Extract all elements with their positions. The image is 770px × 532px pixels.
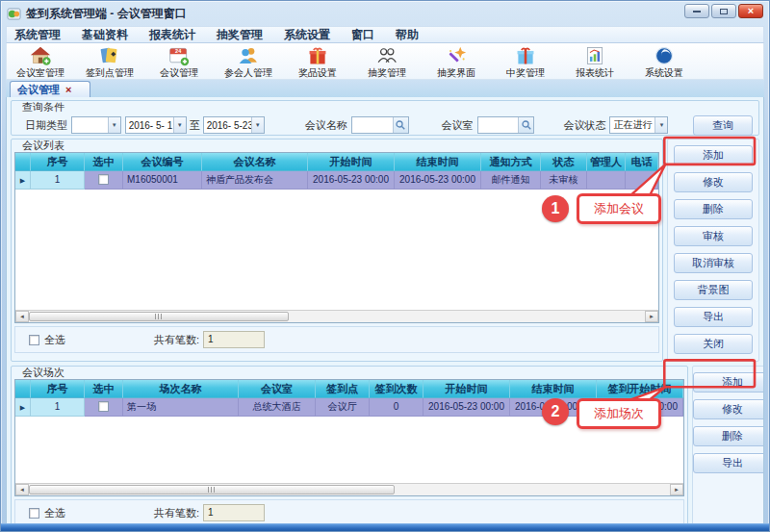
minimize-button[interactable]: [684, 4, 709, 18]
search-icon[interactable]: [393, 117, 408, 133]
col-seq[interactable]: 序号: [31, 153, 85, 171]
window-bottom-edge: [1, 523, 769, 531]
col-phone[interactable]: 电话: [626, 153, 658, 171]
sessions-table-header: 序号 选中 场次名称 会议室 签到点 签到次数 开始时间 结束时间 签到开始时间: [15, 380, 683, 398]
tool-system-setting[interactable]: 系统设置: [634, 44, 694, 80]
col-meeting-code[interactable]: 会议编号: [123, 153, 202, 171]
sessions-group: 会议场次 序号 选中 场次名称 会议室 签到点 签到次数 开始时间 结束时间 签…: [11, 366, 688, 525]
tool-meeting-room[interactable]: 会议室管理: [11, 44, 70, 80]
menu-system-manage[interactable]: 系统管理: [14, 27, 61, 43]
meeting-buttons-panel: 添加 修改 删除 审核 取消审核 背景图 导出 关闭: [667, 139, 759, 362]
tool-report-stat[interactable]: 报表统计: [565, 44, 625, 80]
tool-checkin-point[interactable]: 签到点管理: [80, 44, 140, 80]
meeting-table-header: 序号 选中 会议编号 会议名称 开始时间 结束时间 通知方式 状态 管理人 电话: [15, 153, 658, 171]
menu-window[interactable]: 窗口: [351, 27, 374, 43]
menu-report-stat[interactable]: 报表统计: [149, 27, 195, 43]
col-checkin-point[interactable]: 签到点: [316, 380, 370, 398]
sessions-table-hscrollbar[interactable]: ◄ ►: [15, 483, 683, 495]
date-from-picker[interactable]: 2016- 5- 1 ▼: [125, 116, 187, 134]
maximize-button[interactable]: [711, 4, 736, 18]
date-type-select[interactable]: ▼: [71, 116, 121, 134]
meeting-status-select[interactable]: 正在进行 ▼: [609, 116, 668, 134]
meeting-table-row[interactable]: ▶ 1 M16050001 神盾产品发布会 2016-05-23 00:00 2…: [15, 171, 658, 190]
date-to-picker[interactable]: 2016- 5-23 ▼: [203, 116, 265, 134]
tool-attendee[interactable]: 参会人管理: [218, 44, 278, 80]
meeting-cancel-audit-button[interactable]: 取消审核: [674, 253, 753, 273]
svg-text:24: 24: [175, 48, 182, 54]
window-title: 签到系统管理端 - 会议管理窗口: [26, 6, 187, 22]
tool-prize-setting[interactable]: 奖品设置: [288, 44, 347, 80]
col-start-time[interactable]: 开始时间: [308, 153, 395, 171]
app-window: 签到系统管理端 - 会议管理窗口 × 系统管理 基础资料 报表统计 抽奖管理 系…: [0, 0, 770, 532]
meeting-delete-button[interactable]: 删除: [674, 199, 753, 219]
meeting-export-button[interactable]: 导出: [674, 307, 753, 327]
col-notify-method[interactable]: 通知方式: [481, 153, 541, 171]
col-end-time[interactable]: 结束时间: [510, 380, 597, 398]
scroll-left-icon[interactable]: ◄: [15, 484, 29, 495]
meeting-name-input[interactable]: [351, 116, 409, 134]
row-checkbox[interactable]: [98, 174, 109, 185]
session-export-button[interactable]: 导出: [693, 453, 764, 473]
checkin-point-icon: [99, 45, 120, 66]
tool-label: 抽奖界面: [437, 66, 475, 80]
tool-label: 抽奖管理: [368, 66, 406, 80]
total-count-value: 1: [203, 504, 265, 521]
col-checked[interactable]: 选中: [85, 153, 123, 171]
sessions-table-row[interactable]: ▶ 1 第一场 总统大酒店 会议厅 0 2016-05-23 00:00 201…: [15, 398, 683, 417]
close-button[interactable]: ×: [738, 4, 763, 18]
meeting-close-button[interactable]: 关闭: [674, 334, 753, 354]
col-manager[interactable]: 管理人: [587, 153, 626, 171]
tool-winning-manage[interactable]: 中奖管理: [496, 44, 555, 80]
total-count-label: 共有笔数:: [154, 333, 199, 347]
search-button[interactable]: 查询: [693, 115, 753, 136]
tool-meeting-manage[interactable]: 24 会议管理: [149, 44, 209, 80]
app-logo-icon: [7, 7, 21, 21]
col-status[interactable]: 状态: [541, 153, 587, 171]
col-checkin-start-time[interactable]: 签到开始时间: [597, 380, 683, 398]
meeting-table-hscrollbar[interactable]: ◄ ►: [15, 310, 658, 322]
tool-label: 奖品设置: [298, 66, 337, 80]
menu-basic-data[interactable]: 基础资料: [82, 27, 128, 43]
tool-lottery-manage[interactable]: 抽奖管理: [357, 44, 417, 80]
col-seq[interactable]: 序号: [31, 380, 85, 398]
col-room[interactable]: 会议室: [239, 380, 316, 398]
col-end-time[interactable]: 结束时间: [395, 153, 481, 171]
session-edit-button[interactable]: 修改: [693, 399, 764, 419]
session-add-button[interactable]: 添加: [693, 372, 764, 393]
prize-setting-icon: [307, 45, 328, 66]
meeting-edit-button[interactable]: 修改: [674, 172, 753, 192]
menu-system-setting[interactable]: 系统设置: [284, 27, 330, 43]
tool-lottery-ui[interactable]: 抽奖界面: [426, 44, 486, 80]
lottery-ui-icon: [446, 45, 467, 66]
system-setting-icon: [654, 45, 675, 66]
row-checkbox[interactable]: [98, 401, 109, 412]
meeting-table: 序号 选中 会议编号 会议名称 开始时间 结束时间 通知方式 状态 管理人 电话…: [14, 152, 659, 323]
tab-close-icon[interactable]: ×: [65, 85, 71, 95]
tab-meeting-manage[interactable]: 会议管理 ×: [10, 81, 90, 97]
meeting-add-button[interactable]: 添加: [674, 145, 753, 165]
select-all-checkbox[interactable]: [29, 508, 39, 519]
room-input[interactable]: [477, 116, 535, 134]
meeting-background-button[interactable]: 背景图: [674, 280, 753, 300]
col-session-name[interactable]: 场次名称: [123, 380, 239, 398]
scroll-thumb[interactable]: [29, 312, 289, 321]
tool-label: 报表统计: [576, 66, 614, 80]
scroll-right-icon[interactable]: ►: [645, 311, 658, 322]
meeting-list-label: 会议列表: [19, 139, 67, 152]
col-meeting-name[interactable]: 会议名称: [202, 153, 308, 171]
scroll-thumb[interactable]: [29, 485, 395, 494]
col-checked[interactable]: 选中: [85, 380, 123, 398]
search-icon[interactable]: [518, 117, 533, 133]
scroll-left-icon[interactable]: ◄: [15, 311, 29, 322]
meeting-audit-button[interactable]: 审核: [674, 226, 753, 246]
sessions-section: 会议场次 序号 选中 场次名称 会议室 签到点 签到次数 开始时间 结束时间 签…: [11, 366, 759, 525]
col-checkin-count[interactable]: 签到次数: [370, 380, 424, 398]
scroll-right-icon[interactable]: ►: [670, 484, 683, 495]
menu-lottery-manage[interactable]: 抽奖管理: [217, 27, 263, 43]
meeting-manage-icon: 24: [168, 45, 190, 66]
select-all-checkbox[interactable]: [29, 335, 39, 345]
col-start-time[interactable]: 开始时间: [424, 380, 510, 398]
session-delete-button[interactable]: 删除: [693, 426, 764, 446]
chevron-down-icon: ▼: [173, 117, 186, 133]
menu-help[interactable]: 帮助: [396, 27, 419, 43]
